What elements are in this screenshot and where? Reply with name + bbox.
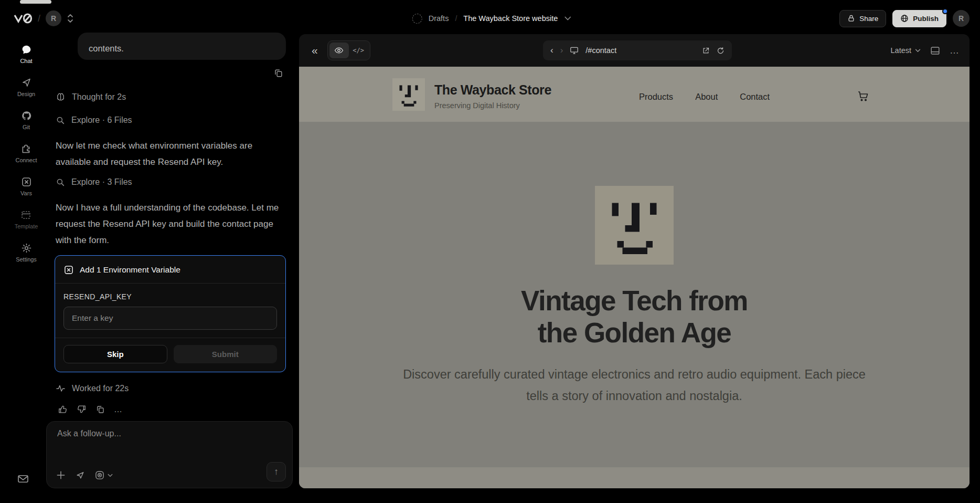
copy-icon[interactable] (95, 405, 105, 414)
model-selector-icon[interactable] (94, 470, 113, 480)
user-avatar[interactable]: R (953, 10, 970, 27)
gear-icon (21, 243, 32, 254)
left-rail: Chat Design Git Connect Vars Template (13, 44, 40, 263)
user-message-bubble: contents. (78, 33, 286, 60)
back-icon[interactable]: ‹ (550, 45, 553, 56)
env-variable-dialog: Add 1 Environment Variable RESEND_API_KE… (55, 255, 286, 372)
site-brand[interactable]: The Wayback Store (434, 82, 551, 98)
breadcrumb-project-title[interactable]: The Wayback Store website (463, 14, 558, 23)
project-switcher-icon[interactable] (67, 14, 74, 23)
followup-input[interactable] (57, 429, 282, 460)
feedback-mail-button[interactable] (17, 474, 29, 484)
refresh-icon[interactable] (717, 47, 725, 55)
breadcrumb-drafts[interactable]: Drafts (429, 14, 449, 23)
assistant-message: Now let me check what environment variab… (56, 138, 282, 170)
site-header: The Wayback Store Preserving Digital His… (299, 67, 970, 122)
search-icon (56, 116, 65, 125)
publish-button[interactable]: Publish (892, 10, 946, 27)
thumbs-down-icon[interactable] (77, 404, 87, 414)
preview-more-icon[interactable]: … (950, 45, 959, 56)
hero-title-line2: the Golden Age (299, 317, 970, 349)
worked-row: Worked for 22s (56, 383, 129, 393)
message-actions: … (58, 404, 122, 414)
cart-icon[interactable] (857, 90, 869, 102)
sidebar-label: Design (17, 91, 35, 97)
chat-bubble-icon (21, 44, 32, 55)
explore-label: Explore · 3 Files (71, 177, 132, 187)
mail-icon (17, 474, 29, 484)
explore-row-3-files[interactable]: Explore · 3 Files (56, 177, 132, 187)
copy-message-button[interactable] (273, 68, 283, 78)
layout-panel-icon[interactable] (930, 46, 940, 55)
user-message-text: contents. (89, 44, 124, 54)
chevron-down-icon[interactable] (564, 16, 571, 20)
template-icon (20, 209, 31, 221)
window-top-artifact (20, 0, 51, 4)
arrow-up-icon: ↑ (274, 466, 279, 477)
sidebar-label: Settings (16, 256, 37, 263)
hero-subtitle: Discover carefully curated vintage elect… (390, 364, 878, 407)
followup-composer: ↑ (46, 421, 293, 488)
design-icon (21, 77, 32, 88)
sidebar-label: Git (23, 124, 30, 130)
assistant-message: Now I have a full understanding of the c… (56, 200, 282, 248)
sidebar-item-connect[interactable]: Connect (16, 143, 37, 163)
site-tagline: Preserving Digital History (434, 101, 520, 110)
sidebar-item-template[interactable]: Template (15, 209, 38, 229)
sidebar-item-git[interactable]: Git (21, 110, 32, 130)
thumbs-up-icon[interactable] (58, 404, 68, 414)
site-logo[interactable] (392, 78, 425, 111)
thought-label: Thought for 2s (72, 92, 126, 102)
site-footer-strip (299, 467, 970, 488)
vars-icon (63, 265, 74, 275)
drafts-status-icon (412, 14, 422, 24)
thought-row[interactable]: Thought for 2s (56, 92, 126, 102)
sidebar-item-design[interactable]: Design (17, 77, 35, 97)
site-preview: The Wayback Store Preserving Digital His… (299, 67, 970, 488)
nav-link-about[interactable]: About (695, 92, 718, 102)
attach-plus-icon[interactable] (56, 470, 66, 480)
preview-url-bar: ‹ › /#contact (543, 40, 732, 60)
lock-icon (847, 14, 855, 23)
v0-logo-icon[interactable] (14, 13, 33, 24)
breadcrumb-separator: / (455, 14, 457, 23)
sidebar-item-vars[interactable]: Vars (20, 176, 32, 196)
url-path[interactable]: /#contact (585, 46, 695, 55)
env-key-input[interactable] (63, 307, 277, 330)
preview-toolbar: « </> ‹ › /#contact Latest (299, 34, 970, 67)
code-view-toggle[interactable]: </> (349, 43, 368, 58)
design-mode-icon[interactable] (75, 470, 86, 480)
explore-label: Explore · 6 Files (71, 116, 132, 125)
nav-link-contact[interactable]: Contact (740, 92, 770, 102)
sidebar-item-settings[interactable]: Settings (16, 243, 37, 263)
version-selector[interactable]: Latest (891, 46, 921, 55)
topbar: / R Drafts / The Wayback Store website S… (14, 6, 970, 30)
worked-label: Worked for 22s (72, 384, 129, 393)
site-nav: Products About Contact (639, 92, 770, 102)
collapse-panel-icon[interactable]: « (312, 44, 318, 57)
send-button[interactable]: ↑ (267, 462, 286, 481)
preview-eye-toggle[interactable] (329, 43, 349, 58)
brain-icon (56, 92, 66, 102)
skip-button[interactable]: Skip (63, 345, 167, 363)
nav-link-products[interactable]: Products (639, 92, 673, 102)
share-button[interactable]: Share (839, 10, 886, 27)
sidebar-label: Vars (20, 190, 32, 196)
submit-button[interactable]: Submit (174, 345, 278, 363)
open-external-icon[interactable] (702, 47, 710, 55)
search-icon (56, 177, 65, 187)
breadcrumb: Drafts / The Wayback Store website (412, 6, 571, 30)
preview-panel: « </> ‹ › /#contact Latest (299, 34, 970, 488)
sidebar-label: Connect (16, 157, 37, 163)
monitor-icon[interactable] (570, 46, 579, 55)
explore-row-6-files[interactable]: Explore · 6 Files (56, 116, 132, 125)
github-icon (21, 110, 32, 121)
hero-logo (595, 186, 674, 265)
env-variable-name: RESEND_API_KEY (55, 284, 285, 301)
more-actions-icon[interactable]: … (114, 405, 122, 414)
sidebar-item-chat[interactable]: Chat (20, 44, 32, 64)
view-toggle: </> (327, 40, 370, 60)
share-label: Share (859, 15, 878, 23)
forward-icon[interactable]: › (560, 45, 563, 56)
project-avatar[interactable]: R (46, 11, 61, 26)
